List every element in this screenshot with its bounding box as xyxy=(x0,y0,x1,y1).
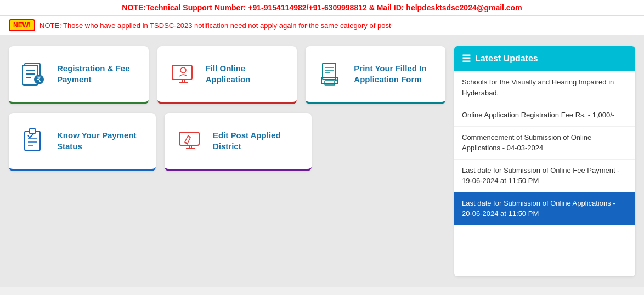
svg-point-19 xyxy=(335,79,337,81)
latest-updates-body[interactable]: Schools for the Visually and Hearing Imp… xyxy=(454,71,635,276)
svg-point-12 xyxy=(180,67,186,73)
svg-rect-20 xyxy=(25,131,40,151)
print-filled-label: Print Your Filled In Application Form xyxy=(354,63,434,86)
edit-district-label: Edit Post Applied District xyxy=(213,130,301,152)
print-icon xyxy=(317,59,346,89)
fill-online-card[interactable]: Fill Online Application xyxy=(157,46,297,104)
know-payment-label: Know Your Payment Status xyxy=(57,130,145,152)
svg-text:₹: ₹ xyxy=(37,76,41,83)
main-content: ₹ Registration & Fee Payment xyxy=(0,35,644,287)
online-icon xyxy=(168,59,198,89)
registration-fee-card[interactable]: ₹ Registration & Fee Payment xyxy=(9,46,149,104)
support-notice: NOTE:Technical Support Number: +91-91541… xyxy=(0,0,644,16)
fee-icon: ₹ xyxy=(20,59,49,89)
new-notice-text: NOTE: Those who have applied in TSDSC-20… xyxy=(39,21,391,30)
latest-updates-panel: ☰ Latest Updates Schools for the Visuall… xyxy=(454,46,635,276)
svg-line-30 xyxy=(185,142,187,143)
list-icon: ☰ xyxy=(462,53,471,65)
fill-online-label: Fill Online Application xyxy=(206,63,286,86)
know-payment-card[interactable]: Know Your Payment Status xyxy=(9,113,156,171)
new-notice-bar: NEW! NOTE: Those who have applied in TSD… xyxy=(0,16,644,35)
latest-update-item: Commencement of Submission of Online App… xyxy=(454,127,635,160)
latest-update-item: Online Application Registration Fee Rs. … xyxy=(454,104,635,127)
latest-updates-title: Latest Updates xyxy=(475,54,538,64)
edit-icon xyxy=(176,126,205,156)
cards-section: ₹ Registration & Fee Payment xyxy=(9,46,445,276)
edit-district-card[interactable]: Edit Post Applied District xyxy=(165,113,312,171)
support-text: NOTE:Technical Support Number: +91-91541… xyxy=(122,3,522,12)
latest-update-item: Last date for Submission of Online Appli… xyxy=(454,192,635,225)
registration-fee-label: Registration & Fee Payment xyxy=(57,63,138,86)
new-badge: NEW! xyxy=(9,19,35,31)
cards-row-1: ₹ Registration & Fee Payment xyxy=(9,46,445,104)
latest-update-item: Last date for Submission of Online Fee P… xyxy=(454,160,635,192)
cards-row-2: Know Your Payment Status xyxy=(9,113,445,171)
latest-update-item: Schools for the Visually and Hearing Imp… xyxy=(454,71,635,104)
svg-line-31 xyxy=(188,135,190,138)
print-filled-card[interactable]: Print Your Filled In Application Form xyxy=(306,46,445,104)
svg-rect-21 xyxy=(29,129,36,133)
svg-rect-25 xyxy=(179,132,199,145)
status-icon xyxy=(20,126,49,156)
latest-updates-header: ☰ Latest Updates xyxy=(454,46,635,71)
